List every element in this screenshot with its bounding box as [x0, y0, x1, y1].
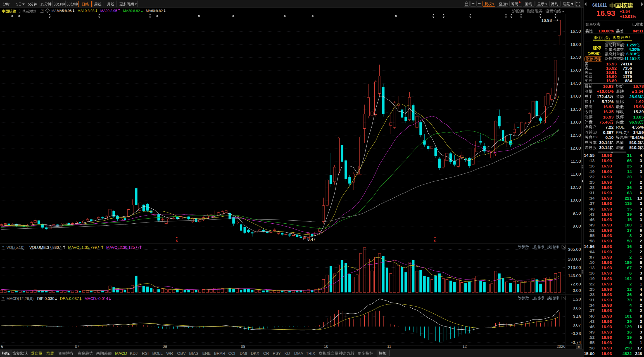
- svg-text:16.50: 16.50: [570, 29, 581, 34]
- svg-text:+10.01%: +10.01%: [597, 89, 614, 94]
- svg-text:8: 8: [640, 297, 642, 302]
- svg-text::16: :16: [588, 164, 595, 168]
- svg-text:6: 6: [629, 271, 632, 275]
- svg-text:14:55: 14:55: [584, 153, 595, 158]
- svg-text:16.93: 16.93: [601, 174, 612, 179]
- svg-text:10.00: 10.00: [570, 198, 581, 202]
- svg-text:16.93: 16.93: [601, 249, 612, 254]
- svg-text::19: :19: [588, 276, 595, 281]
- svg-text:3: 3: [640, 330, 642, 334]
- svg-text:601611: 601611: [592, 3, 607, 8]
- svg-text:0.61%: 0.61%: [632, 135, 644, 140]
- svg-text:15.98: 15.98: [633, 104, 644, 109]
- svg-text:16.93: 16.93: [596, 9, 615, 18]
- svg-text:129: 129: [625, 324, 632, 329]
- svg-text:4: 4: [640, 153, 642, 158]
- svg-text:16.93: 16.93: [601, 158, 612, 163]
- svg-text:17: 17: [637, 346, 642, 350]
- svg-text:MAVOL1:35.799: MAVOL1:35.799: [68, 245, 97, 250]
- svg-text:DIF:0.030: DIF:0.030: [37, 296, 54, 301]
- svg-text:0.86: 0.86: [573, 306, 581, 310]
- svg-text:KDJ: KDJ: [130, 351, 137, 356]
- svg-text:S: S: [176, 239, 178, 243]
- svg-text:PSY: PSY: [273, 351, 281, 356]
- svg-text:66: 66: [627, 158, 632, 163]
- svg-text:8: 8: [629, 233, 632, 238]
- svg-text:63: 63: [627, 190, 632, 195]
- svg-text:?: ?: [2, 245, 4, 249]
- svg-text:1: 1: [640, 223, 642, 227]
- svg-text:1: 1: [640, 174, 642, 179]
- svg-text:10.50: 10.50: [570, 185, 581, 190]
- svg-text::34: :34: [588, 303, 595, 308]
- svg-text:?: ?: [41, 9, 43, 12]
- svg-text::19: :19: [588, 169, 595, 174]
- svg-text:100: 100: [625, 223, 632, 227]
- svg-text::28: :28: [588, 292, 595, 297]
- svg-text:MA10:8.93: MA10:8.93: [78, 9, 95, 13]
- svg-text:100.00%: 100.00%: [598, 29, 614, 33]
- svg-text:250: 250: [625, 346, 632, 350]
- svg-text:3: 3: [640, 212, 642, 217]
- svg-text:4: 4: [640, 287, 642, 292]
- svg-text:28.93: 28.93: [629, 94, 640, 99]
- svg-text:16.35: 16.35: [603, 109, 614, 114]
- svg-text:3: 3: [640, 158, 642, 163]
- svg-text:115: 115: [625, 201, 632, 206]
- svg-text:+10.01%: +10.01%: [620, 14, 636, 19]
- svg-text:36: 36: [627, 292, 632, 297]
- svg-text:5: 5: [640, 335, 642, 340]
- svg-text:3: 3: [640, 207, 642, 211]
- svg-text:101: 101: [625, 314, 632, 318]
- svg-text:2: 2: [640, 303, 642, 308]
- svg-text:16.93: 16.93: [601, 185, 612, 190]
- svg-text:14.00: 14.00: [570, 94, 581, 98]
- svg-text:58: 58: [627, 238, 632, 243]
- svg-text:16.93: 16.93: [601, 244, 612, 249]
- svg-text:16.93: 16.93: [601, 346, 612, 350]
- svg-text:16.93: 16.93: [603, 84, 614, 89]
- svg-text:11: 11: [387, 344, 391, 349]
- svg-text:1.92: 1.92: [636, 99, 644, 104]
- svg-text:16.93: 16.93: [601, 271, 612, 275]
- svg-text:VOLUME:37.830: VOLUME:37.830: [29, 245, 59, 250]
- svg-text:DEA:0.037: DEA:0.037: [60, 296, 79, 301]
- svg-text:16.93: 16.93: [601, 324, 612, 329]
- svg-text:MACD:-0.014: MACD:-0.014: [84, 296, 108, 301]
- svg-text:VOL(5,10): VOL(5,10): [6, 245, 25, 250]
- svg-text:84511: 84511: [633, 29, 643, 33]
- svg-text:-0.33: -0.33: [571, 331, 581, 336]
- svg-text::58: :58: [588, 238, 595, 243]
- svg-text:16.93: 16.93: [601, 169, 612, 174]
- svg-text:510.2: 510.2: [629, 145, 640, 150]
- svg-text::37: :37: [588, 308, 595, 313]
- svg-text:MAVOL2:30.125: MAVOL2:30.125: [106, 245, 135, 250]
- svg-text::55: :55: [588, 233, 595, 238]
- svg-text:1: 1: [640, 340, 642, 345]
- svg-text:16.93: 16.93: [601, 335, 612, 340]
- svg-text:2: 2: [629, 249, 632, 254]
- svg-text:16.93: 16.93: [601, 282, 612, 286]
- svg-text:2: 2: [629, 282, 632, 286]
- svg-text:39: 39: [627, 319, 632, 324]
- svg-text:16.93: 16.93: [601, 201, 612, 206]
- svg-text:CCI: CCI: [228, 351, 235, 356]
- svg-text:30.14: 30.14: [599, 145, 610, 150]
- svg-text:16.93: 16.93: [601, 196, 612, 200]
- svg-text:16.93: 16.93: [601, 190, 612, 195]
- svg-text::46: :46: [588, 324, 595, 329]
- svg-text:11.00: 11.00: [571, 172, 581, 176]
- svg-text::22: :22: [588, 282, 595, 286]
- svg-text:36: 36: [627, 185, 632, 190]
- svg-text:MA20:8.95: MA20:8.95: [100, 9, 117, 13]
- svg-text:?: ?: [2, 297, 4, 300]
- svg-text::13: :13: [588, 265, 595, 270]
- svg-text:16.93: 16.93: [601, 233, 612, 238]
- svg-text::49: :49: [588, 223, 595, 227]
- svg-text:6: 6: [640, 190, 642, 195]
- svg-text:DMI: DMI: [240, 351, 247, 356]
- svg-text:16.93: 16.93: [601, 292, 612, 297]
- svg-text::04: :04: [588, 249, 595, 254]
- svg-text::31: :31: [588, 297, 595, 302]
- svg-text:16.93: 16.93: [601, 164, 612, 168]
